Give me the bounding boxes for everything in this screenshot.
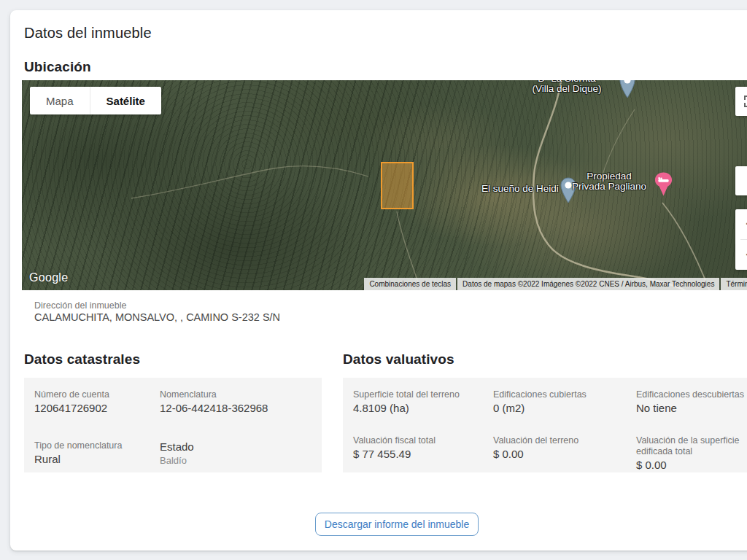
field-edificaciones-descubiertas: Edificaciones descubiertas No tiene [636, 389, 747, 416]
google-logo[interactable]: Google [29, 271, 68, 284]
address-label: Dirección del inmueble [34, 300, 126, 311]
field-estado: Estado Baldío [160, 440, 322, 473]
fullscreen-button[interactable] [735, 87, 747, 116]
field-valuacion-fiscal-total: Valuación fiscal total $ 77 455.49 [353, 435, 493, 472]
property-card: Datos del inmueble Ubicación Mapa Satéli… [10, 10, 747, 551]
map-label-el-sueno-de-heidi: El sueño de Heidi [481, 184, 559, 194]
field-edificaciones-cubiertas: Edificaciones cubiertas 0 (m2) [493, 389, 636, 416]
fullscreen-icon [743, 95, 747, 108]
pegman-icon [744, 170, 747, 192]
field-superficie-total: Superficie total del terreno 4.8109 (ha) [353, 389, 493, 416]
cadastral-heading: Datos catastrales [24, 351, 140, 368]
keyboard-shortcuts-button[interactable]: Combinaciones de teclas [364, 278, 456, 290]
page-title: Datos del inmueble [24, 25, 152, 42]
map-data-attribution: Datos de mapas ©2022 Imágenes ©2022 CNES… [457, 278, 719, 290]
location-heading: Ubicación [24, 59, 91, 75]
valuation-box: Superficie total del terreno 4.8109 (ha)… [343, 378, 747, 472]
map-tab-satelite[interactable]: Satélite [90, 87, 161, 114]
zoom-in-button[interactable]: + [735, 209, 747, 239]
download-report-button[interactable]: Descargar informe del inmueble [315, 513, 479, 536]
parcel-polygon[interactable] [381, 162, 414, 209]
field-valuacion-superficie-edificada: Valuación de la superficie edificada tot… [636, 435, 747, 472]
zoom-out-button[interactable]: − [735, 240, 747, 270]
valuation-heading: Datos valuativos [343, 351, 454, 368]
map-tab-mapa[interactable]: Mapa [30, 87, 90, 114]
address-value: CALAMUCHITA, MONSALVO, , CAMINO S-232 S/… [34, 311, 280, 323]
field-tipo-de-nomenclatura: Tipo de nomenclatura Rural [34, 440, 160, 473]
terms-link[interactable]: Términos de [721, 278, 747, 290]
map[interactable]: Mapa Satélite B° La Sierrita (Villa del … [22, 80, 747, 290]
street-view-pegman-button[interactable] [735, 166, 747, 195]
zoom-control: + − [735, 209, 747, 270]
field-valuacion-del-terreno: Valuación del terreno $ 0.00 [493, 435, 636, 472]
place-pin-icon[interactable] [619, 80, 636, 98]
field-numero-de-cuenta: Número de cuenta 120641726902 [34, 389, 160, 421]
map-type-control: Mapa Satélite [30, 87, 161, 114]
field-nomenclatura: Nomenclatura 12-06-442418-362968 [160, 389, 322, 421]
cadastral-box: Número de cuenta 120641726902 Nomenclatu… [24, 378, 322, 472]
map-label-propiedad-pagliano: Propiedad Privada Pagliano [562, 171, 657, 192]
map-attribution: Combinaciones de teclas Datos de mapas ©… [364, 278, 747, 290]
lodging-pin-icon[interactable] [654, 172, 673, 196]
map-label-la-sierrita: B° La Sierrita (Villa del Dique) [512, 80, 622, 94]
